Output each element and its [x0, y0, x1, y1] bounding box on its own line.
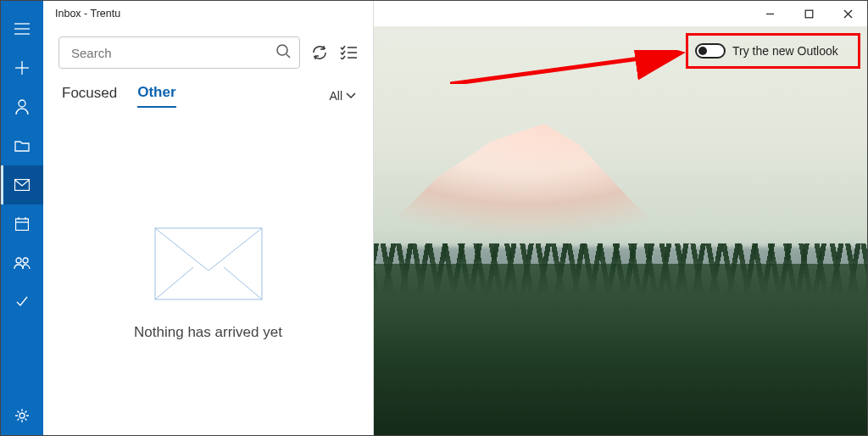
- folders-button[interactable]: [1, 126, 43, 165]
- mail-nav-button[interactable]: [1, 165, 43, 204]
- gear-icon: [14, 408, 30, 423]
- accounts-button[interactable]: [1, 87, 43, 126]
- chevron-down-icon: [346, 92, 356, 99]
- window-controls: [750, 1, 867, 26]
- close-button[interactable]: [828, 1, 867, 26]
- reading-pane-background: [374, 26, 867, 435]
- filter-dropdown[interactable]: All: [329, 89, 356, 103]
- maximize-button[interactable]: [789, 1, 828, 26]
- plus-icon: [15, 61, 29, 75]
- filter-label: All: [329, 89, 342, 103]
- svg-point-9: [19, 100, 25, 107]
- try-new-outlook-toggle[interactable]: [695, 43, 726, 59]
- svg-point-15: [16, 258, 21, 263]
- minimize-button[interactable]: [750, 1, 789, 26]
- try-new-outlook-label: Try the new Outlook: [732, 44, 838, 58]
- person-icon: [15, 99, 29, 115]
- svg-line-19: [287, 54, 290, 58]
- selection-list-icon: [340, 46, 357, 59]
- people-icon: [14, 256, 31, 270]
- window-title: Inbox - Trentu: [55, 8, 120, 20]
- nav-rail: [1, 1, 43, 435]
- svg-point-16: [23, 258, 28, 263]
- todo-nav-button[interactable]: [1, 282, 43, 321]
- app-window: Inbox - Trentu: [0, 0, 868, 436]
- search-input[interactable]: [71, 46, 275, 60]
- empty-envelope-icon: [154, 227, 263, 300]
- calendar-icon: [15, 217, 29, 231]
- svg-rect-11: [16, 219, 29, 231]
- calendar-nav-button[interactable]: [1, 204, 43, 243]
- tab-other[interactable]: Other: [137, 84, 175, 108]
- people-nav-button[interactable]: [1, 243, 43, 282]
- hamburger-icon: [14, 23, 30, 35]
- svg-point-17: [19, 413, 25, 418]
- search-box[interactable]: [58, 36, 300, 69]
- search-icon: [275, 43, 291, 62]
- folder-icon: [14, 140, 30, 152]
- mail-icon: [14, 179, 30, 191]
- focused-other-tabs: Focused Other All: [43, 69, 373, 108]
- empty-inbox-state: Nothing has arrived yet: [43, 108, 373, 435]
- checkmark-icon: [15, 295, 29, 309]
- settings-button[interactable]: [1, 396, 43, 435]
- svg-rect-23: [155, 228, 262, 299]
- svg-point-18: [277, 45, 287, 55]
- empty-message-text: Nothing has arrived yet: [134, 324, 282, 341]
- select-mode-button[interactable]: [339, 43, 358, 62]
- svg-rect-1: [805, 10, 813, 18]
- try-new-outlook-callout: Try the new Outlook: [686, 33, 860, 69]
- hamburger-menu-button[interactable]: [1, 9, 43, 48]
- titlebar: Inbox - Trentu: [43, 1, 867, 26]
- refresh-icon: [311, 44, 328, 61]
- message-list-panel: Focused Other All Nothing has arrived ye…: [43, 1, 374, 435]
- tab-focused[interactable]: Focused: [62, 85, 117, 107]
- new-mail-button[interactable]: [1, 48, 43, 87]
- sync-button[interactable]: [310, 43, 329, 62]
